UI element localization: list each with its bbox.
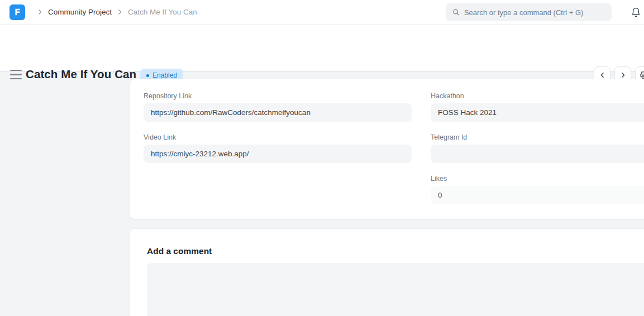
repository-link-input[interactable] [144,103,412,122]
form-section: Repository Link Video Link Hackathon Tel… [130,79,644,219]
breadcrumb: Community Project Catch Me If You Can [32,8,197,16]
breadcrumb-community-project[interactable]: Community Project [48,8,112,16]
video-link-input[interactable] [144,145,412,163]
chevron-right-icon [36,8,44,16]
form-column-right: Hackathon Telegram Id Likes [431,92,644,204]
field-label: Repository Link [144,92,412,100]
field-hackathon: Hackathon [431,92,644,122]
breadcrumb-current-page: Catch Me If You Can [128,8,197,16]
field-label: Likes [431,174,644,183]
global-search[interactable] [446,3,612,21]
page-header: Catch Me If You Can Enabled [0,25,644,71]
field-video-link: Video Link [144,133,412,163]
telegram-id-input[interactable] [431,145,644,163]
comment-section: Add a comment [130,229,644,316]
comment-input[interactable] [147,263,644,316]
app-window: Community Project Catch Me If You Can [0,0,644,316]
comment-heading: Add a comment [147,246,644,256]
frappe-logo[interactable] [9,4,25,20]
field-likes: Likes [431,174,644,204]
form-column-left: Repository Link Video Link [144,92,412,204]
likes-input [431,186,644,204]
field-label: Video Link [144,133,412,142]
search-input[interactable] [464,8,605,17]
search-icon [452,8,460,16]
frappe-logo-icon [13,8,22,16]
notifications-button[interactable] [629,6,642,19]
page-body: Repository Link Video Link Hackathon Tel… [0,71,644,316]
field-label: Telegram Id [431,133,644,142]
chevron-right-icon [116,8,123,16]
field-repository-link: Repository Link [144,92,412,122]
navbar-right [446,0,644,25]
bell-icon [631,7,641,18]
navbar: Community Project Catch Me If You Can [0,0,644,25]
field-label: Hackathon [431,92,644,100]
field-telegram-id: Telegram Id [431,133,644,163]
hackathon-input[interactable] [431,103,644,122]
